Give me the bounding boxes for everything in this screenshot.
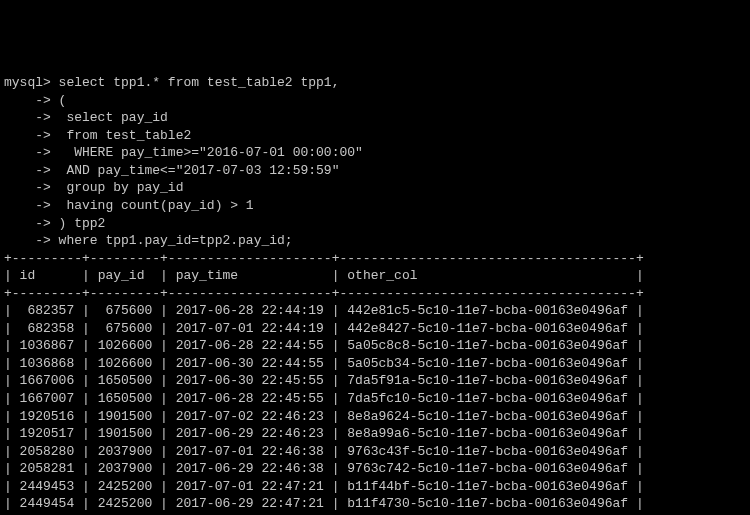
table-row: | 1920516 | 1901500 | 2017-07-02 22:46:2… bbox=[4, 409, 644, 424]
table-row: | 1667007 | 1650500 | 2017-06-28 22:45:5… bbox=[4, 391, 644, 406]
continuation-prompt: -> bbox=[4, 128, 51, 143]
query-line-8: ) tpp2 bbox=[51, 216, 106, 231]
cell-pay-time: 2017-06-28 22:44:55 bbox=[176, 338, 324, 353]
continuation-prompt: -> bbox=[4, 93, 51, 108]
table-border-top: +---------+---------+-------------------… bbox=[4, 251, 644, 266]
cell-other-col: 7da5f91a-5c10-11e7-bcba-00163e0496af bbox=[347, 373, 628, 388]
cell-pay-id: 1650500 bbox=[98, 391, 153, 406]
col-header-other-col: other_col bbox=[347, 268, 417, 283]
continuation-prompt: -> bbox=[4, 145, 51, 160]
cell-id: 682357 bbox=[20, 303, 75, 318]
cell-id: 2058280 bbox=[20, 444, 75, 459]
table-row: | 2449453 | 2425200 | 2017-07-01 22:47:2… bbox=[4, 479, 644, 494]
cell-pay-time: 2017-06-29 22:46:38 bbox=[176, 461, 324, 476]
cell-pay-time: 2017-07-01 22:44:19 bbox=[176, 321, 324, 336]
col-header-pay-time: pay_time bbox=[176, 268, 238, 283]
cell-other-col: 9763c43f-5c10-11e7-bcba-00163e0496af bbox=[347, 444, 628, 459]
cell-pay-id: 1650500 bbox=[98, 373, 153, 388]
cell-id: 2058281 bbox=[20, 461, 75, 476]
table-border-mid: +---------+---------+-------------------… bbox=[4, 286, 644, 301]
table-row: | 682358 | 675600 | 2017-07-01 22:44:19 … bbox=[4, 321, 644, 336]
cell-pay-time: 2017-07-01 22:46:38 bbox=[176, 444, 324, 459]
table-row: | 2058280 | 2037900 | 2017-07-01 22:46:3… bbox=[4, 444, 644, 459]
cell-id: 1667006 bbox=[20, 373, 75, 388]
table-row: | 1920517 | 1901500 | 2017-06-29 22:46:2… bbox=[4, 426, 644, 441]
query-line-9: where tpp1.pay_id=tpp2.pay_id; bbox=[51, 233, 293, 248]
cell-other-col: b11f4730-5c10-11e7-bcba-00163e0496af bbox=[347, 496, 628, 511]
cell-pay-id: 2037900 bbox=[98, 461, 153, 476]
mysql-prompt: mysql> bbox=[4, 75, 51, 90]
table-row: | 1036868 | 1026600 | 2017-06-30 22:44:5… bbox=[4, 356, 644, 371]
cell-id: 2449454 bbox=[20, 496, 75, 511]
cell-pay-id: 675600 bbox=[98, 321, 153, 336]
continuation-prompt: -> bbox=[4, 216, 51, 231]
query-line-4: WHERE pay_time>="2016-07-01 00:00:00" bbox=[51, 145, 363, 160]
cell-pay-id: 1026600 bbox=[98, 356, 153, 371]
cell-other-col: 8e8a99a6-5c10-11e7-bcba-00163e0496af bbox=[347, 426, 628, 441]
cell-pay-time: 2017-06-29 22:47:21 bbox=[176, 496, 324, 511]
cell-pay-id: 2425200 bbox=[98, 479, 153, 494]
cell-id: 1036868 bbox=[20, 356, 75, 371]
cell-other-col: 5a05c8c8-5c10-11e7-bcba-00163e0496af bbox=[347, 338, 628, 353]
cell-id: 1036867 bbox=[20, 338, 75, 353]
cell-other-col: 8e8a9624-5c10-11e7-bcba-00163e0496af bbox=[347, 409, 628, 424]
table-row: | 682357 | 675600 | 2017-06-28 22:44:19 … bbox=[4, 303, 644, 318]
query-line-2: select pay_id bbox=[51, 110, 168, 125]
cell-pay-time: 2017-06-30 22:44:55 bbox=[176, 356, 324, 371]
continuation-prompt: -> bbox=[4, 110, 51, 125]
cell-other-col: 442e81c5-5c10-11e7-bcba-00163e0496af bbox=[347, 303, 628, 318]
table-row: | 1667006 | 1650500 | 2017-06-30 22:45:5… bbox=[4, 373, 644, 388]
cell-pay-time: 2017-07-02 22:46:23 bbox=[176, 409, 324, 424]
query-line-0: select tpp1.* from test_table2 tpp1, bbox=[51, 75, 340, 90]
cell-other-col: 9763c742-5c10-11e7-bcba-00163e0496af bbox=[347, 461, 628, 476]
col-header-pay-id: pay_id bbox=[98, 268, 145, 283]
cell-pay-time: 2017-07-01 22:47:21 bbox=[176, 479, 324, 494]
cell-other-col: b11f44bf-5c10-11e7-bcba-00163e0496af bbox=[347, 479, 628, 494]
cell-pay-time: 2017-06-28 22:45:55 bbox=[176, 391, 324, 406]
cell-other-col: 5a05cb34-5c10-11e7-bcba-00163e0496af bbox=[347, 356, 628, 371]
cell-id: 1920517 bbox=[20, 426, 75, 441]
cell-other-col: 7da5fc10-5c10-11e7-bcba-00163e0496af bbox=[347, 391, 628, 406]
cell-pay-time: 2017-06-28 22:44:19 bbox=[176, 303, 324, 318]
cell-other-col: 442e8427-5c10-11e7-bcba-00163e0496af bbox=[347, 321, 628, 336]
continuation-prompt: -> bbox=[4, 198, 51, 213]
cell-pay-time: 2017-06-29 22:46:23 bbox=[176, 426, 324, 441]
table-row: | 2449454 | 2425200 | 2017-06-29 22:47:2… bbox=[4, 496, 644, 511]
col-header-id: id bbox=[20, 268, 36, 283]
cell-id: 1667007 bbox=[20, 391, 75, 406]
cell-pay-id: 675600 bbox=[98, 303, 153, 318]
continuation-prompt: -> bbox=[4, 163, 51, 178]
cell-pay-id: 2425200 bbox=[98, 496, 153, 511]
table-row: | 1036867 | 1026600 | 2017-06-28 22:44:5… bbox=[4, 338, 644, 353]
cell-pay-id: 1901500 bbox=[98, 409, 153, 424]
query-line-7: having count(pay_id) > 1 bbox=[51, 198, 254, 213]
query-line-5: AND pay_time<="2017-07-03 12:59:59" bbox=[51, 163, 340, 178]
continuation-prompt: -> bbox=[4, 180, 51, 195]
terminal-output: mysql> select tpp1.* from test_table2 tp… bbox=[4, 74, 746, 515]
table-header-row: | id | pay_id | pay_time | other_col | bbox=[4, 268, 644, 283]
cell-id: 2449453 bbox=[20, 479, 75, 494]
cell-pay-id: 2037900 bbox=[98, 444, 153, 459]
query-line-3: from test_table2 bbox=[51, 128, 191, 143]
query-line-6: group by pay_id bbox=[51, 180, 184, 195]
cell-pay-time: 2017-06-30 22:45:55 bbox=[176, 373, 324, 388]
cell-pay-id: 1901500 bbox=[98, 426, 153, 441]
cell-id: 1920516 bbox=[20, 409, 75, 424]
query-line-1: ( bbox=[51, 93, 67, 108]
cell-id: 682358 bbox=[20, 321, 75, 336]
cell-pay-id: 1026600 bbox=[98, 338, 153, 353]
continuation-prompt: -> bbox=[4, 233, 51, 248]
table-row: | 2058281 | 2037900 | 2017-06-29 22:46:3… bbox=[4, 461, 644, 476]
